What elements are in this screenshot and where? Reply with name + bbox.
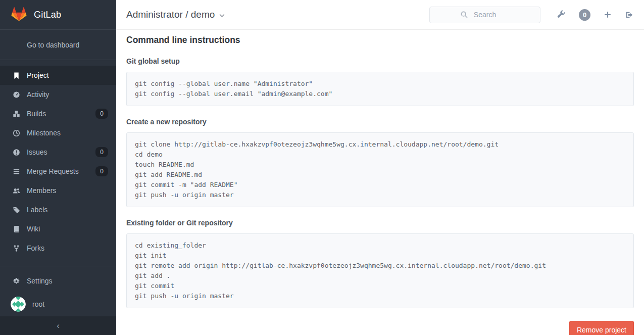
chevron-down-icon: [219, 9, 225, 20]
sidebar-item-forks[interactable]: Forks: [0, 238, 116, 258]
new-project-plus-icon[interactable]: [604, 11, 612, 19]
sidebar-item-milestones[interactable]: Milestones: [0, 123, 116, 142]
sidebar-item-label: Activity: [27, 90, 108, 99]
gitlab-logo-text: GitLab: [34, 10, 61, 20]
code-block-git-global-setup: git config --global user.name "Administr…: [126, 72, 634, 106]
sidebar-item-settings[interactable]: Settings: [0, 271, 116, 291]
sidebar-item-label: Milestones: [27, 129, 108, 137]
sidebar-item-project[interactable]: Project: [0, 66, 116, 85]
sidebar-item-wiki[interactable]: Wiki: [0, 219, 116, 238]
section-heading-create-new-repository: Create a new repository: [126, 118, 634, 126]
header-icons: 0: [557, 9, 634, 21]
tachometer-icon: [12, 90, 20, 99]
tag-icon: [12, 206, 20, 214]
remove-project-button[interactable]: Remove project: [569, 321, 634, 335]
cubes-icon: [12, 110, 20, 118]
sidebar-item-activity[interactable]: Activity: [0, 85, 116, 104]
issues-count-badge: 0: [95, 147, 108, 157]
app-window: GitLab Go to dashboard Project Activity: [0, 0, 644, 335]
section-heading-existing-folder: Existing folder or Git repository: [126, 219, 634, 227]
sidebar-item-label: Merge Requests: [27, 167, 95, 175]
user-name-label: root: [32, 300, 44, 308]
tasks-icon: [12, 167, 20, 175]
exclamation-circle-icon: [12, 148, 20, 156]
sidebar-item-label: Settings: [27, 277, 108, 285]
sidebar-item-label: Wiki: [27, 225, 108, 233]
chevron-left-icon: ‹: [57, 321, 60, 330]
gitlab-logo-link[interactable]: GitLab: [0, 0, 116, 30]
sidebar-item-issues[interactable]: Issues 0: [0, 142, 116, 162]
bookmark-icon: [12, 71, 20, 79]
gears-icon: [12, 277, 20, 285]
sidebar: GitLab Go to dashboard Project Activity: [0, 0, 116, 335]
page-actions: Remove project: [126, 321, 634, 335]
sidebar-item-label: Issues: [27, 148, 95, 156]
top-header: Administrator / demo 0: [116, 0, 644, 30]
sidebar-item-label: Labels: [27, 206, 108, 214]
sidebar-nav: Project Activity Builds 0 Milestones: [0, 66, 116, 316]
page-content: Command line instructions Git global set…: [116, 30, 644, 335]
code-fork-icon: [12, 244, 20, 252]
admin-wrench-icon[interactable]: [557, 10, 566, 19]
todos-count-badge[interactable]: 0: [579, 9, 590, 21]
sidebar-item-builds[interactable]: Builds 0: [0, 104, 116, 123]
settings-section: Settings: [0, 266, 116, 291]
sidebar-item-label: Builds: [27, 110, 95, 118]
book-icon: [12, 225, 20, 233]
sidebar-item-merge-requests[interactable]: Merge Requests 0: [0, 162, 116, 181]
project-title-dropdown[interactable]: Administrator / demo: [126, 9, 225, 20]
search-box: [429, 7, 540, 23]
main-column: Administrator / demo 0: [116, 0, 644, 335]
page-title: Command line instructions: [126, 35, 634, 45]
merge-requests-count-badge: 0: [95, 166, 108, 176]
sidebar-item-label: Members: [27, 186, 108, 195]
search-input[interactable]: [429, 7, 540, 23]
sidebar-item-user-profile[interactable]: root: [0, 293, 116, 316]
code-block-create-new-repository: git clone http://gitlab-ce.hxakzvpf0otez…: [126, 132, 634, 207]
go-to-dashboard-link[interactable]: Go to dashboard: [27, 41, 79, 49]
header-right: 0: [429, 7, 634, 23]
sidebar-item-labels[interactable]: Labels: [0, 200, 116, 219]
dashboard-row: Go to dashboard: [0, 30, 116, 60]
project-breadcrumb: Administrator / demo: [126, 9, 215, 20]
sidebar-collapse-toggle[interactable]: ‹: [0, 316, 116, 335]
gitlab-tanuki-icon: [11, 6, 34, 24]
sidebar-item-label: Forks: [27, 244, 108, 252]
clock-icon: [12, 129, 20, 137]
section-heading-git-global-setup: Git global setup: [126, 57, 634, 65]
user-avatar: [11, 297, 26, 312]
code-block-existing-folder: cd existing_folder git init git remote a…: [126, 233, 634, 308]
builds-count-badge: 0: [95, 109, 108, 119]
users-icon: [12, 186, 20, 195]
sidebar-item-label: Project: [27, 71, 108, 79]
sidebar-item-members[interactable]: Members: [0, 181, 116, 200]
sign-out-icon[interactable]: [625, 11, 634, 19]
